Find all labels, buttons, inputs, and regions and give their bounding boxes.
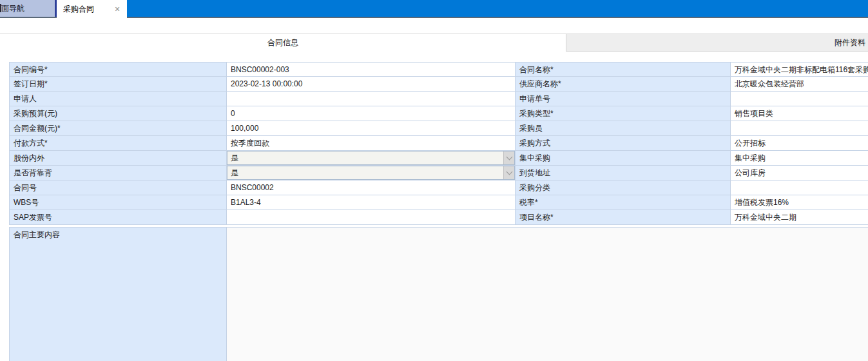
table-row: 是否背靠背 是 到货地址 公司库房 xyxy=(9,166,868,180)
field-label-delivery-address: 到货地址 xyxy=(516,166,731,180)
table-row: 合同金额(元)* 100,000 采购员 xyxy=(9,121,868,136)
field-label-purchase-budget: 采购预算(元) xyxy=(9,106,227,121)
field-value-purchase-budget[interactable]: 0 xyxy=(227,106,516,121)
table-row: 签订日期* 2023-02-13 00:00:00 供应商名称* 北京暖众包装经… xyxy=(9,77,868,92)
field-label-payment-method: 付款方式* xyxy=(9,136,227,151)
field-label-buyer: 采购员 xyxy=(516,121,731,136)
table-row: 申请人 申请单号 xyxy=(9,92,868,106)
dropdown-selected-value: 是 xyxy=(227,151,503,165)
field-value-purchase-type[interactable]: 销售项目类 xyxy=(731,106,868,121)
field-value-purchase-category[interactable] xyxy=(731,180,868,195)
tab-desktop-navigation-label: 面导航 xyxy=(1,4,24,13)
tab-bar-underline xyxy=(0,17,868,18)
table-row: 付款方式* 按季度回款 采购方式 公开招标 xyxy=(9,136,868,151)
field-value-share-internal-external: 是 xyxy=(227,151,516,166)
tab-contract-info[interactable]: 合同信息 xyxy=(0,34,566,52)
window-tab-bar: 面导航 采购合同 × xyxy=(0,0,868,17)
field-label-contract-name: 合同名称* xyxy=(516,62,731,77)
table-row-main-content: 合同主要内容 xyxy=(9,227,868,361)
field-value-project-name[interactable]: 万科金域中央二期 xyxy=(731,210,868,225)
back-to-back-dropdown[interactable]: 是 xyxy=(227,166,515,180)
field-value-applicant[interactable] xyxy=(227,92,516,106)
field-value-contract-name[interactable]: 万科金域中央二期非标配电箱116套采购 xyxy=(731,62,868,77)
field-value-buyer[interactable] xyxy=(731,121,868,136)
field-label-sap-invoice-no: SAP发票号 xyxy=(9,210,227,225)
field-value-contract-amount[interactable]: 100,000 xyxy=(227,121,516,136)
tab-desktop-navigation[interactable]: 面导航 xyxy=(0,0,55,17)
tab-attachments[interactable]: 附件资料 xyxy=(566,34,868,52)
field-value-back-to-back: 是 xyxy=(227,166,516,180)
field-label-back-to-back: 是否背靠背 xyxy=(9,166,227,180)
field-value-supplier-name[interactable]: 北京暖众包装经营部 xyxy=(731,77,868,92)
field-label-application-no: 申请单号 xyxy=(516,92,731,106)
field-label-centralized-purchase: 集中采购 xyxy=(516,151,731,166)
field-value-sap-invoice-no[interactable] xyxy=(227,210,516,225)
field-value-centralized-purchase[interactable]: 集中采购 xyxy=(731,151,868,166)
field-label-purchase-category: 采购分类 xyxy=(516,180,731,195)
field-label-applicant: 申请人 xyxy=(9,92,227,106)
field-value-wbs-no[interactable]: B1AL3-4 xyxy=(227,195,516,210)
table-row: 合同号 BNSC00002 采购分类 xyxy=(9,180,868,195)
field-label-contract-amount: 合同金额(元)* xyxy=(9,121,227,136)
tab-purchase-contract[interactable]: 采购合同 × xyxy=(57,0,127,18)
field-label-tax-rate: 税率* xyxy=(516,195,731,210)
field-value-contract-main-content[interactable] xyxy=(227,227,868,361)
table-row: 股份内外 是 集中采购 集中采购 xyxy=(9,151,868,166)
field-value-payment-method[interactable]: 按季度回款 xyxy=(227,136,516,151)
table-row: 采购预算(元) 0 采购类型* 销售项目类 xyxy=(9,106,868,121)
clipped-tab-text-fragment xyxy=(0,4,1,12)
close-icon[interactable]: × xyxy=(113,5,122,14)
contract-form: 合同编号* BNSC00002-003 合同名称* 万科金域中央二期非标配电箱1… xyxy=(9,62,868,361)
field-label-contract-main-content: 合同主要内容 xyxy=(9,227,227,361)
tab-attachments-label: 附件资料 xyxy=(834,38,865,47)
field-label-share-internal-external: 股份内外 xyxy=(9,151,227,166)
field-value-contract-code[interactable]: BNSC00002 xyxy=(227,180,516,195)
field-label-supplier-name: 供应商名称* xyxy=(516,77,731,92)
field-label-project-name: 项目名称* xyxy=(516,210,731,225)
field-value-tax-rate[interactable]: 增值税发票16% xyxy=(731,195,868,210)
dropdown-button[interactable] xyxy=(503,151,514,164)
tab-purchase-contract-label: 采购合同 xyxy=(63,1,94,17)
field-label-contract-code: 合同号 xyxy=(9,180,227,195)
field-value-application-no[interactable] xyxy=(731,92,868,106)
field-label-wbs-no: WBS号 xyxy=(9,195,227,210)
field-label-contract-no: 合同编号* xyxy=(9,62,227,77)
field-value-contract-no[interactable]: BNSC00002-003 xyxy=(227,62,516,77)
table-row: 合同编号* BNSC00002-003 合同名称* 万科金域中央二期非标配电箱1… xyxy=(9,62,868,77)
field-value-purchase-method[interactable]: 公开招标 xyxy=(731,136,868,151)
chevron-down-icon xyxy=(506,154,512,161)
chevron-down-icon xyxy=(506,169,512,175)
tab-contract-info-label: 合同信息 xyxy=(267,38,298,47)
dropdown-selected-value: 是 xyxy=(227,166,503,180)
field-label-sign-date: 签订日期* xyxy=(9,77,227,92)
form-tab-strip: 合同信息 附件资料 xyxy=(0,34,868,52)
field-label-purchase-method: 采购方式 xyxy=(516,136,731,151)
table-row: SAP发票号 项目名称* 万科金域中央二期 xyxy=(9,210,868,225)
field-label-purchase-type: 采购类型* xyxy=(516,106,731,121)
share-internal-external-dropdown[interactable]: 是 xyxy=(227,151,515,165)
dropdown-button[interactable] xyxy=(503,166,514,179)
field-value-delivery-address[interactable]: 公司库房 xyxy=(731,166,868,180)
field-value-sign-date[interactable]: 2023-02-13 00:00:00 xyxy=(227,77,516,92)
table-row: WBS号 B1AL3-4 税率* 增值税发票16% xyxy=(9,195,868,210)
